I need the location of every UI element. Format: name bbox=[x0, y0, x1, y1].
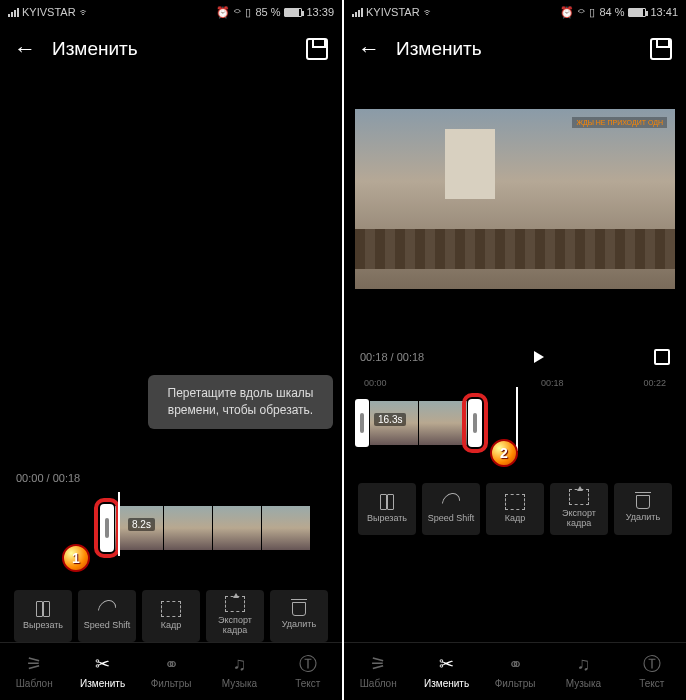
tool-frame[interactable]: Кадр bbox=[486, 483, 544, 535]
scissors-icon: ✂ bbox=[93, 654, 113, 674]
trim-handle-right[interactable] bbox=[468, 399, 482, 447]
frame-icon bbox=[161, 601, 181, 617]
alarm-icon: ⏰ bbox=[560, 6, 574, 19]
status-bar: KYIVSTAR ᯤ ⏰ ⌔ ▯ 84 % 13:41 bbox=[344, 0, 686, 24]
tool-row: Вырезать Speed Shift Кадр Экспорт кадра … bbox=[344, 483, 686, 535]
music-icon: ♫ bbox=[229, 654, 249, 674]
nav-template[interactable]: ⚞Шаблон bbox=[0, 643, 68, 700]
cut-icon bbox=[33, 601, 53, 617]
nav-music[interactable]: ♫Музыка bbox=[205, 643, 273, 700]
tool-delete[interactable]: Удалить bbox=[270, 590, 328, 642]
text-icon: Ⓣ bbox=[298, 654, 318, 674]
timecode-label: 00:00 / 00:18 bbox=[16, 472, 80, 484]
tool-frame[interactable]: Кадр bbox=[142, 590, 200, 642]
filters-icon: ⚭ bbox=[505, 654, 525, 674]
time-row: 00:00 / 00:18 bbox=[0, 460, 342, 496]
battery-icon bbox=[284, 8, 302, 17]
nav-template[interactable]: ⚞Шаблон bbox=[344, 643, 412, 700]
play-button[interactable] bbox=[534, 351, 544, 363]
nav-text[interactable]: ⓉТекст bbox=[274, 643, 342, 700]
save-button[interactable] bbox=[650, 38, 672, 60]
alarm-icon: ⏰ bbox=[216, 6, 230, 19]
tool-export[interactable]: Экспорт кадра bbox=[206, 590, 264, 642]
battery-percent: 85 % bbox=[255, 6, 280, 18]
nav-edit[interactable]: ✂Изменить bbox=[68, 643, 136, 700]
delete-icon bbox=[636, 495, 650, 509]
delete-icon bbox=[292, 602, 306, 616]
bottom-nav: ⚞Шаблон ✂Изменить ⚭Фильтры ♫Музыка ⓉТекс… bbox=[0, 642, 342, 700]
wifi-icon: ᯤ bbox=[79, 6, 90, 18]
timecode-label: 00:18 / 00:18 bbox=[360, 351, 424, 363]
page-title: Изменить bbox=[52, 38, 290, 60]
frame-icon bbox=[505, 494, 525, 510]
nav-text[interactable]: ⓉТекст bbox=[618, 643, 686, 700]
video-preview[interactable]: ЖДЫ НЕ ПРИХОДИТ ОДН bbox=[344, 104, 686, 294]
save-button[interactable] bbox=[306, 38, 328, 60]
timeline[interactable]: 16.3s 2 bbox=[344, 395, 686, 455]
trim-handle-left[interactable] bbox=[100, 504, 114, 552]
signal-icon bbox=[352, 7, 363, 17]
time-row: 00:18 / 00:18 bbox=[344, 339, 686, 375]
phone-left: KYIVSTAR ᯤ ⏰ ⌔ ▯ 85 % 13:39 ← Изменить 0… bbox=[0, 0, 342, 700]
tool-cut[interactable]: Вырезать bbox=[14, 590, 72, 642]
fullscreen-button[interactable] bbox=[654, 349, 670, 365]
phone-right: KYIVSTAR ᯤ ⏰ ⌔ ▯ 84 % 13:41 ← Изменить Ж… bbox=[344, 0, 686, 700]
tool-speed[interactable]: Speed Shift bbox=[78, 590, 136, 642]
filters-icon: ⚭ bbox=[161, 654, 181, 674]
nav-filters[interactable]: ⚭Фильтры bbox=[481, 643, 549, 700]
nav-filters[interactable]: ⚭Фильтры bbox=[137, 643, 205, 700]
scissors-icon: ✂ bbox=[437, 654, 457, 674]
video-preview bbox=[0, 74, 342, 334]
tool-delete[interactable]: Удалить bbox=[614, 483, 672, 535]
clip-duration: 16.3s bbox=[374, 413, 406, 426]
bluetooth-icon: ⌔ bbox=[234, 6, 241, 18]
text-icon: Ⓣ bbox=[642, 654, 662, 674]
cut-icon bbox=[377, 494, 397, 510]
tool-speed[interactable]: Speed Shift bbox=[422, 483, 480, 535]
back-button[interactable]: ← bbox=[14, 36, 36, 62]
tool-cut[interactable]: Вырезать bbox=[358, 483, 416, 535]
video-overlay-text: ЖДЫ НЕ ПРИХОДИТ ОДН bbox=[572, 117, 667, 128]
trim-handle-left[interactable] bbox=[355, 399, 369, 447]
page-title: Изменить bbox=[396, 38, 634, 60]
carrier-label: KYIVSTAR bbox=[22, 6, 76, 18]
tool-export[interactable]: Экспорт кадра bbox=[550, 483, 608, 535]
carrier-label: KYIVSTAR bbox=[366, 6, 420, 18]
vibrate-icon: ▯ bbox=[589, 6, 595, 19]
time-ruler: 00:00 00:18 00:22 bbox=[344, 375, 686, 391]
playhead[interactable] bbox=[118, 492, 120, 556]
header: ← Изменить bbox=[0, 24, 342, 74]
bottom-nav: ⚞Шаблон ✂Изменить ⚭Фильтры ♫Музыка ⓉТекс… bbox=[344, 642, 686, 700]
signal-icon bbox=[8, 7, 19, 17]
playhead[interactable] bbox=[516, 387, 518, 451]
video-frame: ЖДЫ НЕ ПРИХОДИТ ОДН bbox=[355, 109, 675, 289]
battery-percent: 84 % bbox=[599, 6, 624, 18]
nav-music[interactable]: ♫Музыка bbox=[549, 643, 617, 700]
status-bar: KYIVSTAR ᯤ ⏰ ⌔ ▯ 85 % 13:39 bbox=[0, 0, 342, 24]
brush-icon: ⚞ bbox=[24, 654, 44, 674]
back-button[interactable]: ← bbox=[358, 36, 380, 62]
music-icon: ♫ bbox=[573, 654, 593, 674]
vibrate-icon: ▯ bbox=[245, 6, 251, 19]
hint-tooltip: Перетащите вдоль шкалы времени, чтобы об… bbox=[148, 375, 333, 429]
clip-duration: 8.2s bbox=[128, 518, 155, 531]
step-badge-1: 1 bbox=[62, 544, 90, 572]
battery-icon bbox=[628, 8, 646, 17]
nav-edit[interactable]: ✂Изменить bbox=[412, 643, 480, 700]
step-badge-2: 2 bbox=[490, 439, 518, 467]
header: ← Изменить bbox=[344, 24, 686, 74]
clock-label: 13:41 bbox=[650, 6, 678, 18]
speed-icon bbox=[94, 596, 119, 621]
bluetooth-icon: ⌔ bbox=[578, 6, 585, 18]
brush-icon: ⚞ bbox=[368, 654, 388, 674]
speed-icon bbox=[438, 489, 463, 514]
wifi-icon: ᯤ bbox=[423, 6, 434, 18]
timeline[interactable]: 8.2s 1 bbox=[0, 500, 342, 560]
tool-row: Вырезать Speed Shift Кадр Экспорт кадра … bbox=[0, 590, 342, 642]
clock-label: 13:39 bbox=[306, 6, 334, 18]
export-icon bbox=[569, 489, 589, 505]
export-icon bbox=[225, 596, 245, 612]
